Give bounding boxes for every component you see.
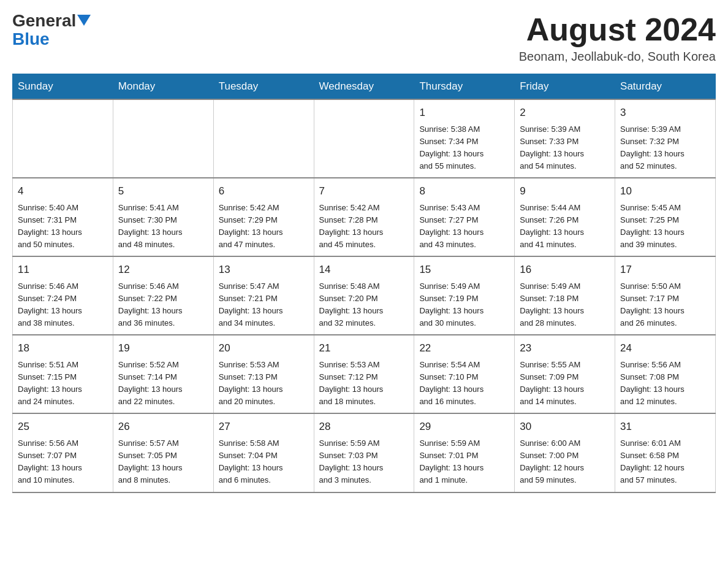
day-number: 17 [620,262,710,278]
calendar-cell: 31Sunrise: 6:01 AM Sunset: 6:58 PM Dayli… [615,413,716,492]
weekday-header-sunday: Sunday [13,74,113,100]
calendar-cell: 27Sunrise: 5:58 AM Sunset: 7:04 PM Dayli… [213,413,314,492]
calendar-cell: 21Sunrise: 5:53 AM Sunset: 7:12 PM Dayli… [314,335,414,413]
day-info: Sunrise: 5:53 AM Sunset: 7:12 PM Dayligh… [319,359,409,408]
day-info: Sunrise: 5:40 AM Sunset: 7:31 PM Dayligh… [18,202,108,251]
day-info: Sunrise: 5:57 AM Sunset: 7:05 PM Dayligh… [118,437,208,487]
calendar-cell: 18Sunrise: 5:51 AM Sunset: 7:15 PM Dayli… [13,335,113,413]
calendar-cell: 16Sunrise: 5:49 AM Sunset: 7:18 PM Dayli… [515,256,615,335]
day-info: Sunrise: 5:42 AM Sunset: 7:29 PM Dayligh… [219,202,309,251]
day-info: Sunrise: 5:46 AM Sunset: 7:22 PM Dayligh… [118,280,208,330]
title-section: August 2024 Beonam, Jeollabuk-do, South … [519,12,716,64]
day-info: Sunrise: 5:52 AM Sunset: 7:14 PM Dayligh… [118,359,208,408]
day-info: Sunrise: 5:49 AM Sunset: 7:19 PM Dayligh… [419,280,509,330]
calendar-cell: 25Sunrise: 5:56 AM Sunset: 7:07 PM Dayli… [13,413,113,492]
day-info: Sunrise: 5:38 AM Sunset: 7:34 PM Dayligh… [419,123,509,173]
day-info: Sunrise: 5:46 AM Sunset: 7:24 PM Dayligh… [18,280,108,330]
calendar-cell: 23Sunrise: 5:55 AM Sunset: 7:09 PM Dayli… [515,335,615,413]
weekday-header-row: SundayMondayTuesdayWednesdayThursdayFrid… [13,74,716,100]
day-number: 7 [319,183,409,199]
calendar-cell: 4Sunrise: 5:40 AM Sunset: 7:31 PM Daylig… [13,178,113,256]
calendar-cell: 9Sunrise: 5:44 AM Sunset: 7:26 PM Daylig… [515,178,615,256]
day-number: 27 [219,419,309,435]
weekday-header-saturday: Saturday [615,74,716,100]
day-number: 4 [18,183,108,199]
weekday-header-thursday: Thursday [414,74,515,100]
weekday-header-tuesday: Tuesday [213,74,314,100]
day-info: Sunrise: 5:50 AM Sunset: 7:17 PM Dayligh… [620,280,710,330]
day-info: Sunrise: 5:53 AM Sunset: 7:13 PM Dayligh… [219,359,309,408]
weekday-header-friday: Friday [515,74,615,100]
calendar-cell: 14Sunrise: 5:48 AM Sunset: 7:20 PM Dayli… [314,256,414,335]
calendar-cell: 11Sunrise: 5:46 AM Sunset: 7:24 PM Dayli… [13,256,113,335]
calendar-cell: 28Sunrise: 5:59 AM Sunset: 7:03 PM Dayli… [314,413,414,492]
day-number: 10 [620,183,710,199]
calendar-week-row: 18Sunrise: 5:51 AM Sunset: 7:15 PM Dayli… [13,335,716,413]
day-number: 12 [118,262,208,278]
calendar-cell [314,99,414,178]
calendar-cell: 26Sunrise: 5:57 AM Sunset: 7:05 PM Dayli… [113,413,213,492]
calendar-cell: 20Sunrise: 5:53 AM Sunset: 7:13 PM Dayli… [213,335,314,413]
day-number: 29 [419,419,509,435]
calendar-cell: 8Sunrise: 5:43 AM Sunset: 7:27 PM Daylig… [414,178,515,256]
month-title: August 2024 [519,12,716,47]
logo-blue: Blue [12,29,50,48]
day-info: Sunrise: 5:55 AM Sunset: 7:09 PM Dayligh… [520,359,610,408]
logo-arrow-icon [77,15,91,28]
svg-marker-0 [77,15,91,26]
day-number: 1 [419,105,509,121]
day-info: Sunrise: 5:44 AM Sunset: 7:26 PM Dayligh… [520,202,610,251]
logo: General Blue [12,12,91,49]
location-subtitle: Beonam, Jeollabuk-do, South Korea [519,50,716,64]
calendar-week-row: 25Sunrise: 5:56 AM Sunset: 7:07 PM Dayli… [13,413,716,492]
calendar-cell: 30Sunrise: 6:00 AM Sunset: 7:00 PM Dayli… [515,413,615,492]
calendar-cell: 29Sunrise: 5:59 AM Sunset: 7:01 PM Dayli… [414,413,515,492]
day-number: 15 [419,262,509,278]
calendar-cell: 2Sunrise: 5:39 AM Sunset: 7:33 PM Daylig… [515,99,615,178]
calendar-cell: 24Sunrise: 5:56 AM Sunset: 7:08 PM Dayli… [615,335,716,413]
calendar-cell [13,99,113,178]
calendar-cell: 6Sunrise: 5:42 AM Sunset: 7:29 PM Daylig… [213,178,314,256]
day-number: 11 [18,262,108,278]
day-info: Sunrise: 5:59 AM Sunset: 7:03 PM Dayligh… [319,437,409,487]
calendar-cell: 7Sunrise: 5:42 AM Sunset: 7:28 PM Daylig… [314,178,414,256]
calendar-cell: 5Sunrise: 5:41 AM Sunset: 7:30 PM Daylig… [113,178,213,256]
day-number: 21 [319,340,409,356]
weekday-header-wednesday: Wednesday [314,74,414,100]
page-header: General Blue August 2024 Beonam, Jeollab… [12,12,716,64]
calendar-cell: 12Sunrise: 5:46 AM Sunset: 7:22 PM Dayli… [113,256,213,335]
logo-general: General [12,12,76,29]
day-number: 6 [219,183,309,199]
day-info: Sunrise: 5:48 AM Sunset: 7:20 PM Dayligh… [319,280,409,330]
day-number: 31 [620,419,710,435]
day-info: Sunrise: 6:00 AM Sunset: 7:00 PM Dayligh… [520,437,610,487]
day-number: 14 [319,262,409,278]
day-number: 18 [18,340,108,356]
day-number: 28 [319,419,409,435]
calendar-cell [213,99,314,178]
day-info: Sunrise: 5:54 AM Sunset: 7:10 PM Dayligh… [419,359,509,408]
calendar-week-row: 11Sunrise: 5:46 AM Sunset: 7:24 PM Dayli… [13,256,716,335]
day-number: 2 [520,105,610,121]
day-number: 30 [520,419,610,435]
calendar-cell: 13Sunrise: 5:47 AM Sunset: 7:21 PM Dayli… [213,256,314,335]
day-number: 16 [520,262,610,278]
day-info: Sunrise: 5:51 AM Sunset: 7:15 PM Dayligh… [18,359,108,408]
day-number: 5 [118,183,208,199]
day-number: 3 [620,105,710,121]
day-info: Sunrise: 5:45 AM Sunset: 7:25 PM Dayligh… [620,202,710,251]
calendar-cell: 15Sunrise: 5:49 AM Sunset: 7:19 PM Dayli… [414,256,515,335]
day-number: 24 [620,340,710,356]
day-number: 26 [118,419,208,435]
day-number: 22 [419,340,509,356]
day-number: 25 [18,419,108,435]
day-info: Sunrise: 5:41 AM Sunset: 7:30 PM Dayligh… [118,202,208,251]
calendar-cell: 3Sunrise: 5:39 AM Sunset: 7:32 PM Daylig… [615,99,716,178]
day-info: Sunrise: 5:47 AM Sunset: 7:21 PM Dayligh… [219,280,309,330]
day-number: 19 [118,340,208,356]
day-info: Sunrise: 5:39 AM Sunset: 7:33 PM Dayligh… [520,123,610,173]
day-number: 9 [520,183,610,199]
calendar-cell: 22Sunrise: 5:54 AM Sunset: 7:10 PM Dayli… [414,335,515,413]
day-info: Sunrise: 5:43 AM Sunset: 7:27 PM Dayligh… [419,202,509,251]
day-info: Sunrise: 5:56 AM Sunset: 7:07 PM Dayligh… [18,437,108,487]
